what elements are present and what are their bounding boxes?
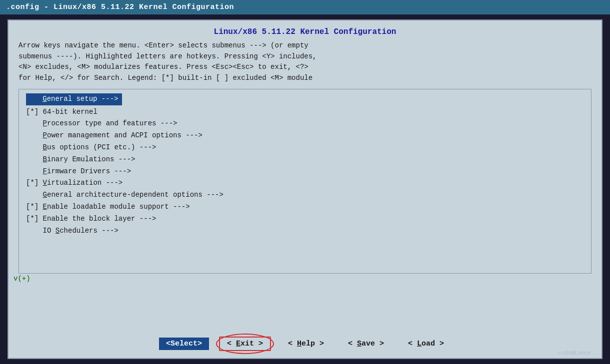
list-item[interactable]: [*] Enable the block layer ---> bbox=[24, 213, 586, 225]
watermark: csdn@Lance.. bbox=[558, 350, 598, 356]
kernel-config-title: Linux/x86 5.11.22 Kernel Configuration bbox=[8, 20, 602, 40]
title-bar-text: .config - Linux/x86 5.11.22 Kernel Confi… bbox=[6, 3, 234, 11]
list-item[interactable]: [*] 64-bit kernel bbox=[24, 106, 586, 118]
list-item[interactable]: Bus options (PCI etc.) ---> bbox=[24, 142, 586, 154]
select-button[interactable]: <Select> bbox=[159, 338, 209, 350]
list-item[interactable]: Firmware Drivers ---> bbox=[24, 166, 586, 178]
desc-line-1: Arrow keys navigate the menu. <Enter> se… bbox=[18, 40, 592, 51]
list-item[interactable]: Processor type and features ---> bbox=[24, 118, 586, 130]
load-button[interactable]: < Load > bbox=[401, 338, 451, 350]
menu-item-label: Binary Emulations ---> bbox=[26, 155, 135, 163]
list-item[interactable]: Power management and ACPI options ---> bbox=[24, 130, 586, 142]
menu-item-label: Processor type and features ---> bbox=[26, 119, 177, 127]
v-indicator: v(+) bbox=[8, 274, 602, 284]
menu-item-label: [*] Enable the block layer ---> bbox=[26, 215, 156, 223]
main-container: Linux/x86 5.11.22 Kernel Configuration A… bbox=[8, 19, 602, 359]
menu-item-label: General architecture-dependent options -… bbox=[26, 191, 224, 199]
list-item[interactable]: General architecture-dependent options -… bbox=[24, 189, 586, 201]
desc-line-4: for Help, </> for Search. Legend: [*] bu… bbox=[18, 73, 592, 84]
description-area: Arrow keys navigate the menu. <Enter> se… bbox=[8, 40, 602, 89]
list-item[interactable]: IO Schedulers ---> bbox=[24, 225, 586, 237]
menu-item-label: Bus options (PCI etc.) ---> bbox=[26, 143, 156, 151]
menu-item-label: IO Schedulers ---> bbox=[26, 227, 118, 235]
list-item[interactable]: [*] Virtualization ---> bbox=[24, 177, 586, 189]
list-item[interactable]: General setup ---> bbox=[24, 93, 586, 105]
menu-item-label: [*] Enable loadable module support ---> bbox=[26, 203, 190, 211]
menu-item-label: [*] 64-bit kernel bbox=[26, 108, 98, 116]
list-item[interactable]: [*] Enable loadable module support ---> bbox=[24, 201, 586, 213]
menu-item-label: [*] Virtualization ---> bbox=[26, 179, 122, 187]
desc-line-2: submenus ----). Highlighted letters are … bbox=[18, 51, 592, 62]
desc-line-3: <N> excludes, <M> modularizes features. … bbox=[18, 62, 592, 73]
menu-item-label: Power management and ACPI options ---> bbox=[26, 131, 202, 139]
menu-item-label: Firmware Drivers ---> bbox=[26, 167, 131, 175]
title-bar: .config - Linux/x86 5.11.22 Kernel Confi… bbox=[0, 0, 610, 14]
exit-button[interactable]: < Exit > bbox=[219, 337, 271, 351]
menu-item-label: General setup ---> bbox=[26, 93, 122, 105]
help-button[interactable]: < Help > bbox=[281, 338, 331, 350]
button-bar: <Select> < Exit > < Help > < Save > < Lo… bbox=[8, 330, 602, 358]
list-item[interactable]: Binary Emulations ---> bbox=[24, 154, 586, 166]
menu-area: General setup ---> [*] 64-bit kernel Pro… bbox=[18, 89, 592, 274]
save-button[interactable]: < Save > bbox=[341, 338, 391, 350]
